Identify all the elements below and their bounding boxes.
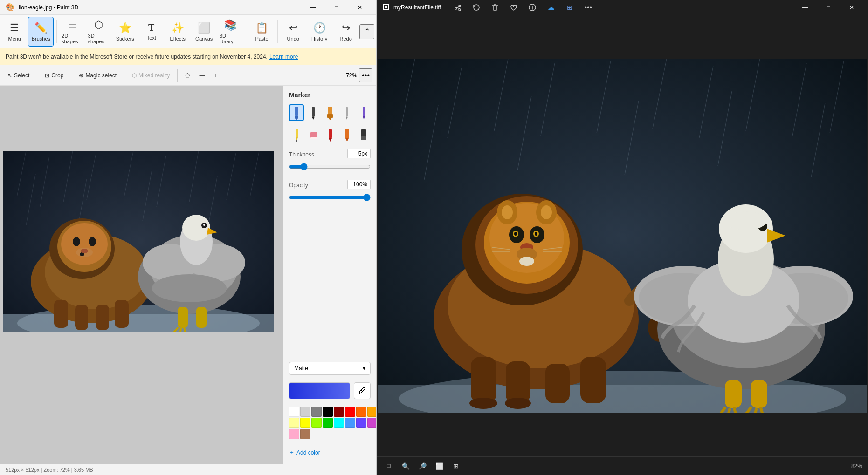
photo-viewer-svg [378,59,867,413]
svg-rect-40 [178,307,188,328]
photo-viewer-title-area: 🖼 myResultantFile.tiff [382,3,441,12]
brush-red-marker[interactable] [323,127,338,143]
pv-fit-button[interactable]: ⊞ [449,460,462,473]
redo-icon: ↪ [342,22,350,34]
pv-info-button[interactable] [525,0,540,15]
ribbon-brushes[interactable]: ✏️ Brushes [28,17,54,47]
ribbon-text[interactable]: T Text [139,17,164,47]
swatch-lightgray[interactable] [300,407,310,417]
swatch-yellow[interactable] [300,418,310,428]
swatch-lightyellow[interactable] [289,418,299,428]
shape-toolbar-btn[interactable]: ⬠ [181,68,193,83]
thickness-slider-container[interactable] [289,163,371,172]
svg-point-112 [505,398,531,409]
ribbon-undo[interactable]: ↩ Undo [281,17,306,47]
pv-more-button[interactable]: ••• [581,0,596,15]
swatch-gray[interactable] [311,407,322,417]
plus-btn[interactable]: + [210,68,221,83]
toolbar: ↖ Select ⊡ Crop ⊕ Magic select ⬡ Mixed r… [0,65,376,86]
svg-rect-64 [361,136,366,140]
brush-pencil[interactable] [289,127,304,143]
svg-rect-45 [312,107,315,117]
brush-eraser[interactable] [306,127,321,143]
brush-orange-marker[interactable] [339,127,354,143]
svg-rect-26 [54,300,68,328]
canvas-area[interactable] [0,86,283,464]
brush-marker-c[interactable] [323,104,338,121]
learn-more-link[interactable]: Learn more [269,54,298,60]
ribbon-collapse-button[interactable]: ⌃ [359,24,374,39]
brush-marker-a[interactable] [289,104,304,121]
magic-select-button[interactable]: ⊕ Magic select [75,68,120,83]
swatch-purple[interactable] [356,418,366,428]
ribbon-effects[interactable]: ✨ Effects [165,17,190,47]
brush-marker-d[interactable] [339,104,354,121]
pv-onedrive-button[interactable]: ☁ [544,0,558,15]
swatch-yellowgreen[interactable] [311,418,322,428]
effects-icon: ✨ [172,22,184,34]
minimize-button[interactable]: — [303,0,324,15]
crop-button[interactable]: ⊡ Crop [41,68,67,83]
ribbon-history[interactable]: 🕐 History [307,17,332,47]
eyedropper-button[interactable]: 🖊 [354,382,371,399]
svg-rect-15 [3,314,274,332]
ribbon-2dshapes[interactable]: ▭ 2D shapes [60,17,85,47]
ribbon-canvas[interactable]: ⬜ Canvas [191,17,216,47]
swatch-darkred[interactable] [334,407,344,417]
pv-slideshow-button[interactable]: 🖥 [382,460,395,473]
swatch-pink[interactable] [289,429,299,439]
pv-windows-button[interactable]: ⊞ [562,0,577,15]
maximize-button[interactable]: □ [326,0,347,15]
swatch-black[interactable] [323,407,333,417]
pv-zoom-in-button[interactable]: 🔎 [416,460,429,473]
ribbon-3dshapes[interactable]: ⬡ 3D shapes [86,17,111,47]
ribbon-stickers[interactable]: ⭐ Stickers [112,17,138,47]
pv-zoom-out-button[interactable]: 🔍 [399,460,412,473]
pv-maximize-button[interactable]: □ [818,0,839,15]
opacity-slider-container[interactable] [289,194,371,203]
thickness-slider[interactable] [289,163,371,170]
close-button[interactable]: ✕ [349,0,371,15]
pv-share-button[interactable] [450,0,465,15]
pv-actual-size-button[interactable]: ⬜ [433,460,446,473]
swatch-blue[interactable] [345,418,355,428]
marker-d-icon [342,106,352,120]
swatch-lightorange[interactable] [367,407,376,417]
pv-delete-button[interactable] [488,0,503,15]
mixed-reality-button[interactable]: ⬡ Mixed reality [128,68,173,83]
svg-rect-61 [345,129,349,138]
ribbon-redo[interactable]: ↪ Redo [333,17,358,47]
brush-grid-row1 [289,104,371,121]
minus-btn[interactable]: — [195,68,208,83]
zoom-area: 72% ••• [346,68,372,82]
swatch-white[interactable] [289,407,299,417]
ribbon-3dlibrary[interactable]: 📚 3D library [218,17,243,47]
ribbon-history-label: History [311,36,327,41]
brush-spray[interactable] [356,127,371,143]
color-swatches [289,407,371,439]
swatch-red[interactable] [345,407,355,417]
color-preview-box[interactable] [289,382,350,399]
ribbon-menu[interactable]: ☰ Menu [2,17,27,47]
swatch-brown[interactable] [300,429,310,439]
pv-heart-button[interactable] [506,0,521,15]
brush-marker-b[interactable] [306,104,321,121]
photo-viewer-content[interactable] [377,15,868,456]
opacity-slider[interactable] [289,194,371,201]
ribbon-paste[interactable]: 📋 Paste [249,17,274,47]
swatch-orange[interactable] [356,407,366,417]
pv-rotate-button[interactable] [469,0,484,15]
fit-icon: ⊞ [453,462,459,470]
svg-rect-41 [196,307,207,328]
finish-dropdown[interactable]: Matte ▾ [289,362,371,375]
brush-marker-e[interactable] [356,104,371,121]
more-options-button[interactable]: ••• [359,68,372,82]
add-color-button[interactable]: ＋ Add color [289,447,371,458]
swatch-cyan[interactable] [334,418,344,428]
swatch-green[interactable] [323,418,333,428]
select-button[interactable]: ↖ Select [4,68,33,83]
canvas-image-container [3,151,274,332]
pv-close-button[interactable]: ✕ [841,0,862,15]
pv-minimize-button[interactable]: — [794,0,816,15]
swatch-magenta[interactable] [367,418,376,428]
